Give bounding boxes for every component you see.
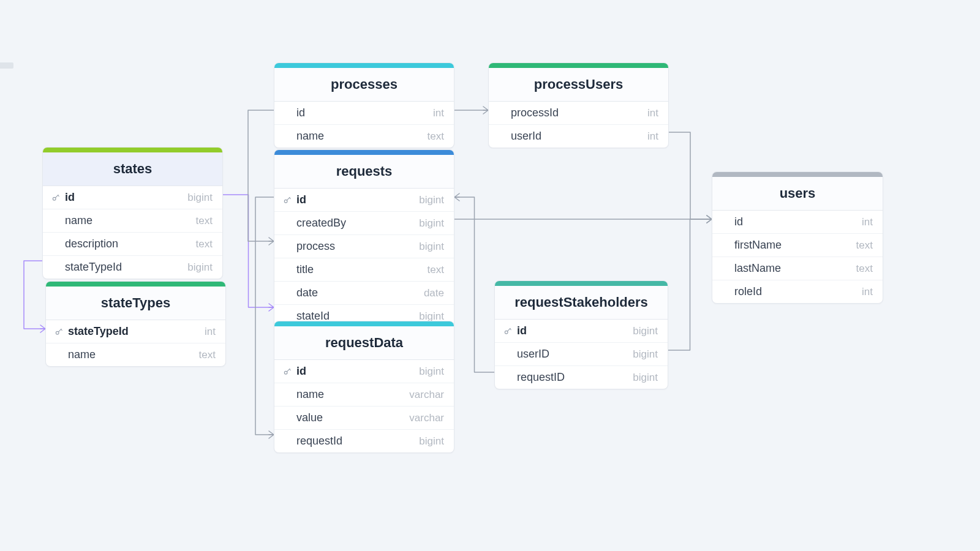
table-accent xyxy=(489,63,668,68)
column-name: stateTypeId xyxy=(68,325,129,338)
primary-key-icon xyxy=(51,193,60,202)
column-row[interactable]: requestIdbigint xyxy=(274,430,454,452)
column-left: id xyxy=(503,324,527,337)
column-type: int xyxy=(205,326,216,338)
column-type: int xyxy=(433,107,444,119)
column-name: title xyxy=(296,263,314,276)
column-type: bigint xyxy=(419,194,444,206)
erd-canvas[interactable]: statesidbigintnametextdescriptiontextsta… xyxy=(0,0,980,551)
primary-key-icon xyxy=(283,367,292,376)
column-type: int xyxy=(647,130,658,143)
column-left: userId xyxy=(497,130,541,143)
column-row[interactable]: nametext xyxy=(274,125,454,148)
column-row[interactable]: nametext xyxy=(46,343,225,366)
table-processes[interactable]: processesidintnametext xyxy=(274,62,454,148)
column-row[interactable]: createdBybigint xyxy=(274,212,454,235)
table-title: processUsers xyxy=(489,68,668,102)
column-type: bigint xyxy=(633,372,658,384)
column-name: value xyxy=(296,411,323,424)
column-left: createdBy xyxy=(283,217,346,230)
table-requestStakeholders[interactable]: requestStakeholdersidbigintuserIDbigintr… xyxy=(494,280,668,389)
column-name: processId xyxy=(511,107,559,119)
column-type: int xyxy=(862,216,873,228)
column-left: firstName xyxy=(721,239,782,252)
table-states[interactable]: statesidbigintnametextdescriptiontextsta… xyxy=(42,147,223,279)
column-type: int xyxy=(647,107,658,119)
column-left: value xyxy=(283,411,323,424)
primary-key-icon xyxy=(503,327,512,335)
column-left: roleId xyxy=(721,285,762,298)
column-left: id xyxy=(283,365,306,378)
column-row[interactable]: stateTypeIdint xyxy=(46,320,225,343)
column-name: id xyxy=(517,324,527,337)
table-accent xyxy=(712,172,883,177)
column-name: requestId xyxy=(296,435,342,448)
column-name: id xyxy=(734,216,743,228)
column-name: id xyxy=(296,193,306,206)
column-row[interactable]: requestIDbigint xyxy=(495,366,668,389)
column-name: name xyxy=(296,130,324,143)
column-row[interactable]: titletext xyxy=(274,258,454,282)
table-requests[interactable]: requestsidbigintcreatedBybigintprocessbi… xyxy=(274,149,454,328)
column-name: description xyxy=(65,238,118,250)
column-row[interactable]: namevarchar xyxy=(274,383,454,407)
table-title: requests xyxy=(274,155,454,189)
column-type: bigint xyxy=(419,435,444,448)
column-left: process xyxy=(283,240,335,253)
column-row[interactable]: lastNametext xyxy=(712,257,883,280)
column-type: bigint xyxy=(187,261,213,274)
table-requestData[interactable]: requestDataidbigintnamevarcharvaluevarch… xyxy=(274,321,454,453)
column-row[interactable]: valuevarchar xyxy=(274,407,454,430)
column-name: id xyxy=(296,365,306,378)
primary-key-icon xyxy=(283,196,292,204)
column-left: userID xyxy=(503,348,549,361)
column-row[interactable]: idbigint xyxy=(274,360,454,383)
table-title: users xyxy=(712,177,883,211)
table-title: states xyxy=(43,152,222,186)
decorative-stub xyxy=(0,62,13,69)
column-type: bigint xyxy=(419,365,444,378)
column-row[interactable]: idbigint xyxy=(495,320,668,343)
table-stateTypes[interactable]: stateTypesstateTypeIdintnametext xyxy=(45,281,226,367)
column-type: bigint xyxy=(419,217,444,230)
column-name: firstName xyxy=(734,239,782,252)
column-name: name xyxy=(65,214,92,227)
table-title: processes xyxy=(274,68,454,102)
column-type: text xyxy=(199,349,216,361)
table-processUsers[interactable]: processUsersprocessIdintuserIdint xyxy=(488,62,669,148)
column-row[interactable]: processIdint xyxy=(489,102,668,125)
column-left: description xyxy=(51,238,118,250)
column-left: id xyxy=(51,191,75,204)
table-title: requestData xyxy=(274,326,454,360)
table-accent xyxy=(43,148,222,152)
table-accent xyxy=(46,282,225,287)
column-left: name xyxy=(283,130,324,143)
column-type: text xyxy=(196,238,213,250)
column-left: requestID xyxy=(503,371,565,384)
column-row[interactable]: firstNametext xyxy=(712,234,883,257)
column-row[interactable]: processbigint xyxy=(274,235,454,258)
column-left: lastName xyxy=(721,262,781,275)
table-accent xyxy=(495,281,668,286)
column-row[interactable]: userIDbigint xyxy=(495,343,668,366)
column-row[interactable]: idint xyxy=(274,102,454,125)
column-left: id xyxy=(283,193,306,206)
column-row[interactable]: datedate xyxy=(274,282,454,305)
column-name: lastName xyxy=(734,262,781,275)
column-row[interactable]: userIdint xyxy=(489,125,668,148)
table-users[interactable]: usersidintfirstNametextlastNametextroleI… xyxy=(712,171,883,304)
column-row[interactable]: descriptiontext xyxy=(43,233,222,256)
column-row[interactable]: idint xyxy=(712,211,883,234)
column-row[interactable]: stateTypeIdbigint xyxy=(43,256,222,279)
column-type: varchar xyxy=(409,412,444,424)
table-title: requestStakeholders xyxy=(495,286,668,320)
column-type: text xyxy=(856,263,873,275)
column-name: id xyxy=(296,107,305,119)
column-name: requestID xyxy=(517,371,565,384)
column-type: date xyxy=(424,287,444,299)
column-type: varchar xyxy=(409,389,444,401)
column-row[interactable]: idbigint xyxy=(274,189,454,212)
column-row[interactable]: roleIdint xyxy=(712,280,883,303)
column-row[interactable]: idbigint xyxy=(43,186,222,209)
column-row[interactable]: nametext xyxy=(43,209,222,233)
